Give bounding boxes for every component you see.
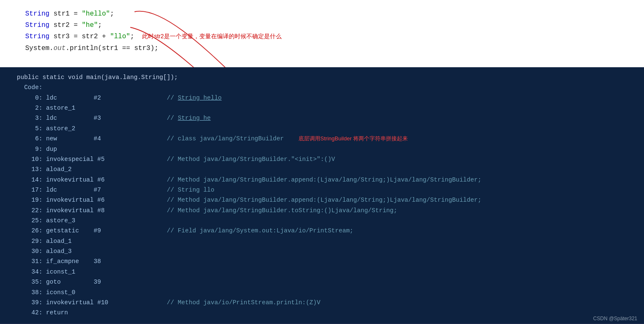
- top-code-section: String str1 = "hello"; String str2 = "he…: [0, 0, 644, 67]
- source-code: String str1 = "hello"; String str2 = "he…: [25, 8, 627, 54]
- bytecode-content: public static void main(java.lang.String…: [17, 72, 627, 318]
- bottom-bytecode-section: public static void main(java.lang.String…: [0, 67, 644, 323]
- footer-credit: CSDN @Später321: [593, 316, 637, 321]
- footer-text: CSDN @Später321: [593, 316, 637, 321]
- annotation-variable: 此时str2是一个变量，变量在编译的时候不确定是什么: [142, 33, 281, 40]
